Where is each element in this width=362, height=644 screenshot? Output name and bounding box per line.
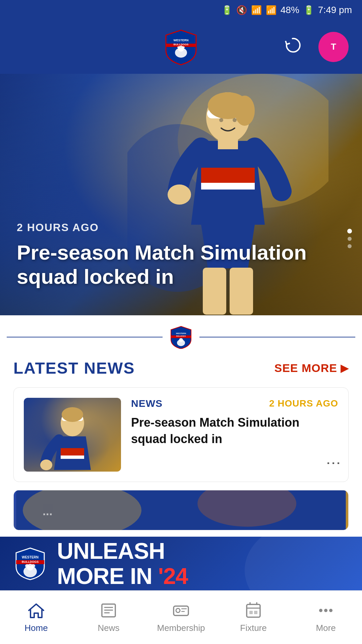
battery-percent: 48% — [281, 5, 299, 15]
svg-point-14 — [219, 118, 223, 122]
section-divider: WESTERN BULLDOGS — [0, 315, 362, 349]
news-card-preview-2[interactable]: ... — [13, 490, 349, 530]
news-tag-1: NEWS — [131, 398, 163, 409]
svg-point-13 — [235, 96, 255, 126]
nav-item-fixture[interactable]: Fixture — [217, 598, 290, 637]
news-card-title-1: Pre-season Match Simulation squad locked… — [131, 415, 338, 447]
news-card-preview-image-2: ... — [14, 490, 348, 530]
svg-point-28 — [62, 407, 83, 422]
latest-news-title: LATEST NEWS — [13, 359, 135, 377]
svg-text:WESTERN: WESTERN — [176, 332, 186, 334]
svg-rect-50 — [247, 604, 260, 617]
promo-year: '24 — [158, 563, 188, 589]
promo-line2: MORE IN '24 — [57, 564, 188, 589]
svg-point-58 — [329, 609, 333, 612]
hero-menu-dots[interactable] — [347, 229, 352, 248]
hero-headline: Pre-season Match Simulation squad locked… — [17, 240, 345, 288]
svg-point-31 — [40, 460, 52, 470]
bulldogs-shield-icon: WESTERN BULLDOGS — [163, 29, 199, 65]
membership-icon — [172, 601, 190, 620]
promo-text: UNLEASH MORE IN '24 — [57, 538, 188, 589]
nav-item-home[interactable]: Home — [0, 598, 72, 637]
dot-3 — [348, 244, 352, 248]
wifi-icon: 📶 — [251, 5, 262, 15]
status-icons: 🔋 🔇 📶 📶 48% 🔋 7:49 pm — [222, 5, 352, 15]
promo-banner[interactable]: WESTERN BULLDOGS UNLEASH MORE IN '24 — [0, 537, 362, 590]
news-card-content-1: NEWS 2 HOURS AGO Pre-season Match Simula… — [131, 398, 338, 472]
promo-logo-icon: WESTERN BULLDOGS — [13, 547, 47, 580]
svg-point-19 — [168, 184, 191, 205]
divider-right — [199, 337, 355, 337]
hero-banner[interactable]: 2 HOURS AGO Pre-season Match Simulation … — [0, 74, 362, 315]
svg-text:BULLDOGS: BULLDOGS — [176, 335, 186, 337]
see-more-label: SEE MORE — [275, 362, 337, 375]
status-bar: 🔋 🔇 📶 📶 48% 🔋 7:49 pm — [0, 0, 362, 20]
app-header: WESTERN BULLDOGS T — [0, 20, 362, 74]
svg-rect-17 — [201, 183, 255, 190]
hero-content: 2 HOURS AGO Pre-season Match Simulation … — [17, 221, 345, 288]
nav-label-news: News — [98, 623, 119, 633]
nav-item-news[interactable]: News — [72, 598, 145, 637]
nav-label-more: More — [316, 623, 336, 633]
nav-label-fixture: Fixture — [240, 623, 266, 633]
more-icon — [317, 601, 335, 620]
nav-item-more[interactable]: More — [290, 598, 362, 637]
svg-rect-16 — [201, 168, 255, 183]
divider-left — [7, 337, 163, 337]
latest-news-header: LATEST NEWS SEE MORE ▶ — [13, 359, 349, 377]
dot-1 — [347, 229, 352, 233]
svg-point-57 — [324, 609, 327, 612]
telstra-logo: T — [318, 32, 349, 62]
svg-rect-54 — [249, 611, 253, 614]
svg-rect-55 — [254, 611, 257, 614]
nav-item-membership[interactable]: Membership — [145, 598, 217, 637]
club-logo[interactable]: WESTERN BULLDOGS — [163, 29, 199, 65]
svg-point-56 — [319, 609, 322, 612]
news-icon — [100, 601, 118, 620]
svg-text:WESTERN: WESTERN — [22, 555, 39, 559]
signal-icon: 📶 — [266, 5, 277, 15]
latest-news-section: LATEST NEWS SEE MORE ▶ — [0, 349, 362, 537]
svg-point-41 — [31, 564, 35, 568]
news-card-image-1 — [24, 398, 121, 472]
svg-text:...: ... — [43, 504, 52, 518]
news-card-menu-1[interactable]: ⋮ — [329, 456, 338, 471]
section-divider-logo: WESTERN BULLDOGS — [169, 325, 193, 349]
svg-point-40 — [25, 564, 29, 568]
svg-rect-29 — [61, 448, 84, 455]
refresh-button[interactable] — [283, 36, 302, 58]
svg-point-47 — [176, 608, 180, 612]
nav-label-home: Home — [24, 623, 48, 633]
news-card-footer-1: ⋮ — [131, 456, 338, 471]
battery-saver-icon: 🔋 — [222, 5, 232, 15]
dot-2 — [348, 237, 352, 241]
home-icon — [27, 601, 45, 620]
svg-rect-18 — [218, 139, 238, 149]
news-card-meta-1: NEWS 2 HOURS AGO — [131, 398, 338, 409]
promo-line2-text: MORE IN '24 — [57, 563, 188, 589]
svg-point-33 — [23, 490, 141, 530]
battery-icon: 🔋 — [303, 5, 314, 15]
svg-text:WESTERN: WESTERN — [174, 39, 189, 42]
see-more-arrow-icon: ▶ — [341, 362, 349, 374]
svg-point-5 — [182, 46, 185, 48]
see-more-button[interactable]: SEE MORE ▶ — [275, 362, 349, 375]
svg-text:BULLDOGS: BULLDOGS — [174, 43, 189, 46]
bottom-nav: Home News Membership Fixture — [0, 590, 362, 644]
svg-point-4 — [177, 46, 180, 48]
svg-text:BULLDOGS: BULLDOGS — [22, 560, 39, 564]
promo-bg-shape — [245, 537, 362, 590]
promo-line1: UNLEASH — [57, 538, 188, 564]
svg-text:T: T — [331, 42, 336, 52]
svg-point-15 — [233, 118, 237, 122]
news-time-1: 2 HOURS AGO — [269, 398, 338, 409]
hero-timestamp: 2 HOURS AGO — [17, 221, 345, 234]
fixture-icon — [244, 601, 262, 620]
svg-rect-30 — [61, 455, 84, 459]
nav-label-membership: Membership — [157, 623, 205, 633]
clock: 7:49 pm — [318, 5, 352, 15]
news-card-1[interactable]: NEWS 2 HOURS AGO Pre-season Match Simula… — [13, 387, 349, 482]
mute-icon: 🔇 — [236, 5, 247, 15]
card-player-image — [39, 405, 106, 472]
promo-line1-text: UNLEASH — [57, 538, 165, 564]
